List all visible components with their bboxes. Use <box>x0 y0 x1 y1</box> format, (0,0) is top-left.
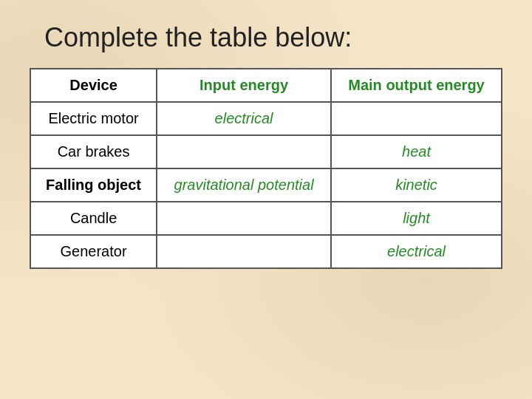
input-cell <box>157 202 331 235</box>
input-cell <box>157 235 331 268</box>
device-cell: Candle <box>30 202 157 235</box>
output-cell <box>331 102 502 135</box>
input-cell <box>157 135 331 168</box>
output-cell: kinetic <box>331 168 502 202</box>
table-wrapper: Device Input energy Main output energy E… <box>30 68 502 269</box>
device-cell: Car brakes <box>30 135 157 168</box>
input-cell: gravitational potential <box>157 168 331 202</box>
device-cell: Electric motor <box>30 102 157 135</box>
page-title: Complete the table below: <box>44 22 352 53</box>
output-cell: heat <box>331 135 502 168</box>
header-output: Main output energy <box>331 69 502 102</box>
output-cell: electrical <box>331 235 502 268</box>
device-cell: Generator <box>30 235 157 268</box>
energy-table: Device Input energy Main output energy E… <box>30 68 502 269</box>
input-cell: electrical <box>157 102 331 135</box>
header-device: Device <box>30 69 157 102</box>
header-input: Input energy <box>157 69 331 102</box>
output-cell: light <box>331 202 502 235</box>
device-cell: Falling object <box>30 168 157 202</box>
